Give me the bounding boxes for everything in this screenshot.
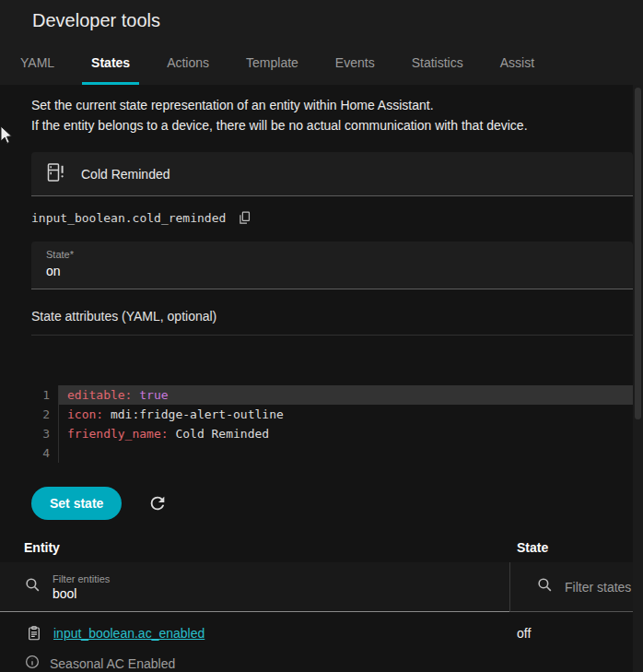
search-icon (24, 576, 41, 597)
tab-assist[interactable]: Assist (482, 41, 553, 85)
state-input-label: State* (46, 249, 618, 260)
table-header-row: Entity State (0, 535, 643, 562)
scrollbar-thumb[interactable] (635, 88, 641, 419)
table-row: input_boolean.ac_enabled off (0, 623, 643, 643)
entity-id-link[interactable]: input_boolean.ac_enabled (53, 626, 205, 641)
entity-picker[interactable]: Cold Reminded (31, 152, 633, 196)
yaml-line: 2 icon: mdi:fridge-alert-outline (31, 405, 633, 424)
search-icon (536, 576, 554, 597)
entity-name-row: Seasonal AC Enabled (0, 654, 643, 672)
tab-states[interactable]: States (73, 41, 148, 85)
state-input[interactable]: State* on (31, 242, 633, 289)
filter-states-placeholder: Filter states (565, 580, 631, 595)
intro-line-1: Set the current state representation of … (31, 95, 612, 115)
entity-friendly-name: Seasonal AC Enabled (50, 656, 175, 671)
yaml-line: 3 friendly_name: Cold Reminded (31, 424, 633, 443)
scrollbar[interactable] (633, 85, 643, 672)
page-title: Developer tools (32, 10, 160, 31)
intro-line-2: If the entity belongs to a device, there… (31, 115, 612, 136)
yaml-line: 1 editable: true (31, 385, 633, 405)
action-row: Set state (31, 487, 612, 520)
entity-id-row: input_boolean.cold_reminded (31, 208, 612, 228)
intro-text: Set the current state representation of … (31, 95, 612, 136)
information-outline-icon (24, 654, 41, 672)
entities-table: Entity State Filter entities bool (0, 535, 643, 672)
tab-events[interactable]: Events (317, 41, 393, 85)
tab-actions[interactable]: Actions (148, 41, 228, 85)
attributes-label: State attributes (YAML, optional) (31, 309, 612, 324)
mouse-cursor-icon (0, 125, 14, 149)
filter-entities-input[interactable]: Filter entities bool (0, 562, 509, 612)
column-header-entity: Entity (0, 540, 509, 555)
yaml-editor[interactable]: 1 editable: true 2 icon: mdi:fridge-aler… (31, 335, 633, 474)
refresh-icon[interactable] (146, 491, 170, 515)
copy-icon[interactable] (235, 208, 254, 228)
entity-state-value: off (509, 626, 643, 641)
tab-template[interactable]: Template (228, 41, 317, 85)
filter-entities-value: bool (53, 586, 110, 601)
tab-statistics[interactable]: Statistics (393, 41, 482, 85)
set-state-button[interactable]: Set state (31, 487, 122, 520)
app-header: Developer tools (0, 0, 643, 41)
tab-bar: YAML States Actions Template Events Stat… (0, 41, 643, 85)
developer-tools-page: Developer tools YAML States Actions Temp… (0, 0, 643, 672)
column-header-state: State (509, 540, 643, 555)
filter-row: Filter entities bool Filter states (0, 562, 643, 612)
yaml-line: 4 (31, 443, 633, 463)
yaml-editor-content: 1 editable: true 2 icon: mdi:fridge-aler… (31, 385, 633, 463)
clipboard-text-icon[interactable] (24, 623, 44, 643)
fridge-alert-icon (44, 161, 66, 187)
entity-id-text: input_boolean.cold_reminded (31, 211, 226, 225)
filter-states-input[interactable]: Filter states (509, 562, 643, 612)
state-input-value: on (46, 264, 618, 278)
tab-yaml[interactable]: YAML (2, 41, 73, 85)
filter-entities-label: Filter entities (53, 573, 110, 584)
entity-picker-value: Cold Reminded (81, 167, 170, 182)
